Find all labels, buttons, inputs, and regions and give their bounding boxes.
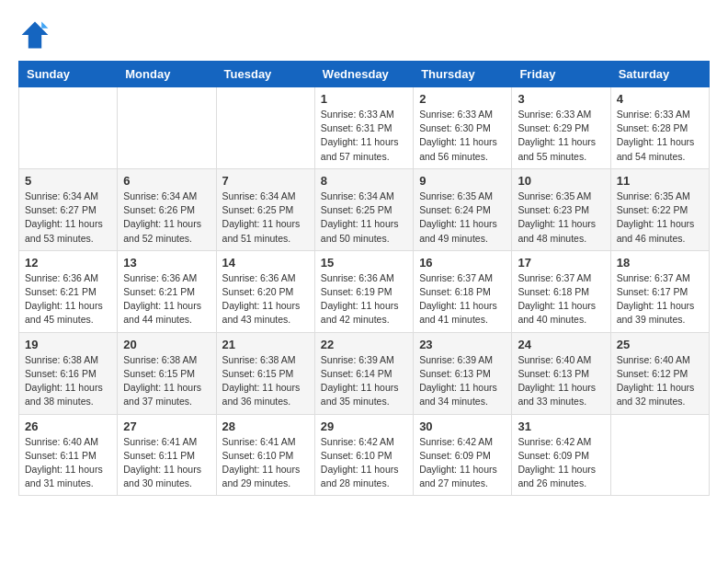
calendar-cell: 27Sunrise: 6:41 AM Sunset: 6:11 PM Dayli…: [118, 414, 216, 496]
day-number: 13: [123, 256, 210, 270]
day-number: 23: [419, 338, 506, 351]
day-number: 12: [25, 256, 111, 270]
day-number: 21: [222, 338, 309, 351]
calendar-cell: 1Sunrise: 6:33 AM Sunset: 6:31 PM Daylig…: [314, 87, 413, 169]
day-number: 26: [25, 419, 111, 433]
day-info: Sunrise: 6:33 AM Sunset: 6:31 PM Dayligh…: [321, 108, 407, 164]
calendar-week-1: 1Sunrise: 6:33 AM Sunset: 6:31 PM Daylig…: [19, 87, 710, 169]
calendar-cell: 15Sunrise: 6:36 AM Sunset: 6:19 PM Dayli…: [314, 250, 413, 332]
weekday-header-saturday: Saturday: [610, 62, 709, 87]
day-number: 1: [321, 92, 407, 106]
calendar-cell: [216, 87, 314, 169]
calendar-cell: 7Sunrise: 6:34 AM Sunset: 6:25 PM Daylig…: [216, 168, 314, 250]
weekday-header-wednesday: Wednesday: [314, 62, 413, 87]
weekday-header-tuesday: Tuesday: [216, 62, 314, 87]
calendar-cell: 28Sunrise: 6:41 AM Sunset: 6:10 PM Dayli…: [216, 414, 314, 496]
calendar-cell: 18Sunrise: 6:37 AM Sunset: 6:17 PM Dayli…: [610, 250, 709, 332]
day-info: Sunrise: 6:41 AM Sunset: 6:10 PM Dayligh…: [222, 435, 309, 491]
day-number: 18: [617, 256, 703, 270]
calendar-cell: 3Sunrise: 6:33 AM Sunset: 6:29 PM Daylig…: [512, 87, 610, 169]
day-number: 15: [321, 256, 407, 270]
day-number: 6: [123, 174, 210, 188]
calendar-cell: 22Sunrise: 6:39 AM Sunset: 6:14 PM Dayli…: [314, 332, 413, 414]
calendar-cell: 24Sunrise: 6:40 AM Sunset: 6:13 PM Dayli…: [512, 332, 610, 414]
day-info: Sunrise: 6:35 AM Sunset: 6:23 PM Dayligh…: [518, 190, 604, 246]
day-number: 5: [25, 174, 111, 188]
day-info: Sunrise: 6:33 AM Sunset: 6:30 PM Dayligh…: [419, 108, 506, 164]
svg-marker-1: [41, 22, 48, 29]
weekday-header-friday: Friday: [512, 62, 610, 87]
calendar-cell: 11Sunrise: 6:35 AM Sunset: 6:22 PM Dayli…: [610, 168, 709, 250]
day-info: Sunrise: 6:37 AM Sunset: 6:18 PM Dayligh…: [518, 271, 604, 327]
day-info: Sunrise: 6:37 AM Sunset: 6:18 PM Dayligh…: [419, 271, 506, 327]
calendar-cell: 2Sunrise: 6:33 AM Sunset: 6:30 PM Daylig…: [414, 87, 512, 169]
calendar-cell: 20Sunrise: 6:38 AM Sunset: 6:15 PM Dayli…: [118, 332, 216, 414]
day-number: 9: [419, 174, 506, 188]
day-number: 11: [617, 174, 703, 188]
day-info: Sunrise: 6:40 AM Sunset: 6:12 PM Dayligh…: [617, 353, 703, 409]
calendar-cell: 25Sunrise: 6:40 AM Sunset: 6:12 PM Dayli…: [610, 332, 709, 414]
day-number: 17: [518, 256, 604, 270]
day-number: 27: [123, 419, 210, 433]
calendar-cell: 10Sunrise: 6:35 AM Sunset: 6:23 PM Dayli…: [512, 168, 610, 250]
day-info: Sunrise: 6:34 AM Sunset: 6:27 PM Dayligh…: [25, 190, 111, 246]
calendar-week-2: 5Sunrise: 6:34 AM Sunset: 6:27 PM Daylig…: [19, 168, 710, 250]
day-info: Sunrise: 6:34 AM Sunset: 6:26 PM Dayligh…: [123, 190, 210, 246]
day-number: 10: [518, 174, 604, 188]
day-number: 7: [222, 174, 309, 188]
day-info: Sunrise: 6:34 AM Sunset: 6:25 PM Dayligh…: [321, 190, 407, 246]
day-number: 30: [419, 419, 506, 433]
day-number: 2: [419, 92, 506, 106]
day-number: 25: [617, 338, 703, 351]
calendar-week-4: 19Sunrise: 6:38 AM Sunset: 6:16 PM Dayli…: [19, 332, 710, 414]
day-info: Sunrise: 6:39 AM Sunset: 6:14 PM Dayligh…: [321, 353, 407, 409]
day-info: Sunrise: 6:40 AM Sunset: 6:11 PM Dayligh…: [25, 435, 111, 491]
day-number: 16: [419, 256, 506, 270]
logo-icon: [18, 18, 51, 52]
calendar-cell: 14Sunrise: 6:36 AM Sunset: 6:20 PM Dayli…: [216, 250, 314, 332]
weekday-header-thursday: Thursday: [414, 62, 512, 87]
day-info: Sunrise: 6:35 AM Sunset: 6:22 PM Dayligh…: [617, 190, 703, 246]
day-number: 20: [123, 338, 210, 351]
weekday-header-monday: Monday: [118, 62, 216, 87]
day-info: Sunrise: 6:38 AM Sunset: 6:15 PM Dayligh…: [222, 353, 309, 409]
calendar-cell: 19Sunrise: 6:38 AM Sunset: 6:16 PM Dayli…: [19, 332, 118, 414]
calendar-cell: 5Sunrise: 6:34 AM Sunset: 6:27 PM Daylig…: [19, 168, 118, 250]
day-number: 8: [321, 174, 407, 188]
calendar-week-5: 26Sunrise: 6:40 AM Sunset: 6:11 PM Dayli…: [19, 414, 710, 496]
calendar-body: 1Sunrise: 6:33 AM Sunset: 6:31 PM Daylig…: [19, 87, 710, 496]
calendar-cell: [610, 414, 709, 496]
calendar-cell: [118, 87, 216, 169]
day-info: Sunrise: 6:39 AM Sunset: 6:13 PM Dayligh…: [419, 353, 506, 409]
calendar-cell: 29Sunrise: 6:42 AM Sunset: 6:10 PM Dayli…: [314, 414, 413, 496]
day-info: Sunrise: 6:36 AM Sunset: 6:19 PM Dayligh…: [321, 271, 407, 327]
day-info: Sunrise: 6:36 AM Sunset: 6:21 PM Dayligh…: [25, 271, 111, 327]
calendar-cell: 8Sunrise: 6:34 AM Sunset: 6:25 PM Daylig…: [314, 168, 413, 250]
calendar-cell: 13Sunrise: 6:36 AM Sunset: 6:21 PM Dayli…: [118, 250, 216, 332]
day-info: Sunrise: 6:42 AM Sunset: 6:09 PM Dayligh…: [419, 435, 506, 491]
day-info: Sunrise: 6:40 AM Sunset: 6:13 PM Dayligh…: [518, 353, 604, 409]
day-number: 31: [518, 419, 604, 433]
day-info: Sunrise: 6:36 AM Sunset: 6:20 PM Dayligh…: [222, 271, 309, 327]
page-header: [18, 18, 710, 52]
calendar-cell: [19, 87, 118, 169]
day-info: Sunrise: 6:34 AM Sunset: 6:25 PM Dayligh…: [222, 190, 309, 246]
weekday-row: SundayMondayTuesdayWednesdayThursdayFrid…: [19, 62, 710, 87]
day-number: 24: [518, 338, 604, 351]
calendar-header: SundayMondayTuesdayWednesdayThursdayFrid…: [19, 62, 710, 87]
day-number: 29: [321, 419, 407, 433]
calendar-cell: 16Sunrise: 6:37 AM Sunset: 6:18 PM Dayli…: [414, 250, 512, 332]
day-number: 22: [321, 338, 407, 351]
calendar-cell: 6Sunrise: 6:34 AM Sunset: 6:26 PM Daylig…: [118, 168, 216, 250]
day-info: Sunrise: 6:41 AM Sunset: 6:11 PM Dayligh…: [123, 435, 210, 491]
day-info: Sunrise: 6:38 AM Sunset: 6:16 PM Dayligh…: [25, 353, 111, 409]
day-info: Sunrise: 6:33 AM Sunset: 6:29 PM Dayligh…: [518, 108, 604, 164]
calendar-cell: 4Sunrise: 6:33 AM Sunset: 6:28 PM Daylig…: [610, 87, 709, 169]
day-info: Sunrise: 6:38 AM Sunset: 6:15 PM Dayligh…: [123, 353, 210, 409]
day-info: Sunrise: 6:35 AM Sunset: 6:24 PM Dayligh…: [419, 190, 506, 246]
day-info: Sunrise: 6:36 AM Sunset: 6:21 PM Dayligh…: [123, 271, 210, 327]
day-number: 19: [25, 338, 111, 351]
calendar-cell: 9Sunrise: 6:35 AM Sunset: 6:24 PM Daylig…: [414, 168, 512, 250]
day-info: Sunrise: 6:42 AM Sunset: 6:09 PM Dayligh…: [518, 435, 604, 491]
weekday-header-sunday: Sunday: [19, 62, 118, 87]
